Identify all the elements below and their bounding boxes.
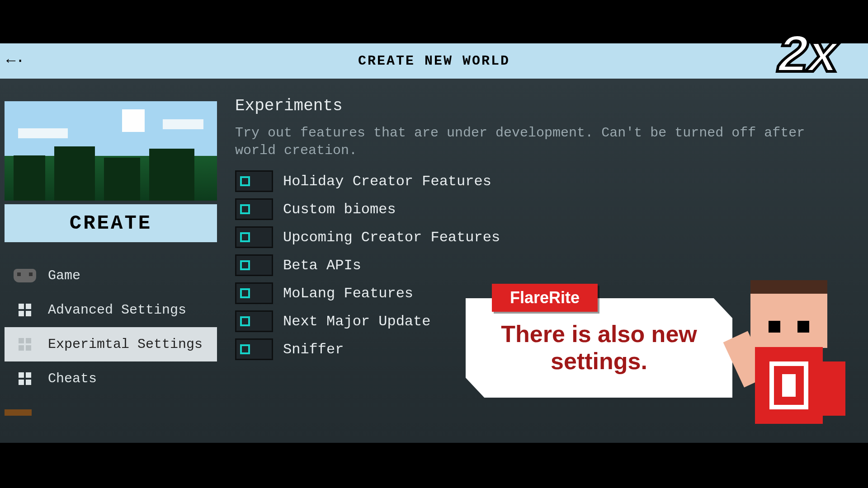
section-description: Try out features that are under developm…	[235, 124, 823, 160]
sidebar-item-label: Game	[48, 268, 80, 283]
option-label: MoLang Features	[283, 285, 413, 302]
toggle-icon	[235, 198, 273, 220]
world-preview-image	[5, 101, 217, 201]
title-bar: ←· CREATE NEW WORLD	[0, 43, 868, 79]
grid-icon	[13, 302, 37, 318]
overlay-avatar	[696, 280, 841, 443]
controller-icon	[13, 267, 37, 284]
option-label: Custom biomes	[283, 201, 396, 218]
sidebar: CREATE Game Advanced Settings Experimtal…	[0, 79, 222, 443]
toggle-icon	[235, 282, 273, 304]
toggle-icon	[235, 310, 273, 332]
toggle-icon	[235, 338, 273, 360]
back-button[interactable]: ←·	[6, 52, 25, 70]
option-label: Beta APIs	[283, 257, 361, 274]
page-title: CREATE NEW WORLD	[358, 53, 510, 69]
overlay-author-tag: FlareRite	[492, 284, 598, 312]
sidebar-item-advanced[interactable]: Advanced Settings	[5, 293, 217, 327]
grid-icon	[13, 336, 37, 352]
overlay-speech-bubble: There is also new settings.	[466, 298, 732, 398]
toggle-holiday-creator-features[interactable]: Holiday Creator Features	[235, 170, 841, 192]
sidebar-nav: Game Advanced Settings Experimtal Settin…	[5, 258, 217, 416]
option-label: Upcoming Creator Features	[283, 229, 500, 246]
option-label: Holiday Creator Features	[283, 173, 491, 190]
sidebar-item-label: Experimtal Settings	[48, 337, 203, 352]
sidebar-item-game[interactable]: Game	[5, 258, 217, 293]
toggle-icon	[235, 254, 273, 276]
toggle-beta-apis[interactable]: Beta APIs	[235, 254, 841, 276]
sidebar-item-label: Cheats	[48, 371, 97, 386]
toggle-icon	[235, 170, 273, 192]
overlay-2x-badge: 2x	[777, 26, 836, 88]
sidebar-item-label: Advanced Settings	[48, 302, 186, 318]
overlay-speech-text: There is also new settings.	[466, 321, 732, 375]
create-button[interactable]: CREATE	[5, 204, 217, 242]
toggle-custom-biomes[interactable]: Custom biomes	[235, 198, 841, 220]
sidebar-item-cheats[interactable]: Cheats	[5, 361, 217, 396]
section-title: Experiments	[235, 97, 841, 115]
toggle-upcoming-creator-features[interactable]: Upcoming Creator Features	[235, 226, 841, 248]
grid-icon	[13, 371, 37, 387]
toggle-icon	[235, 226, 273, 248]
option-label: Sniffer	[283, 341, 344, 358]
option-label: Next Major Update	[283, 313, 430, 330]
sidebar-item-experimental[interactable]: Experimtal Settings	[5, 327, 217, 361]
chest-icon	[5, 409, 32, 416]
